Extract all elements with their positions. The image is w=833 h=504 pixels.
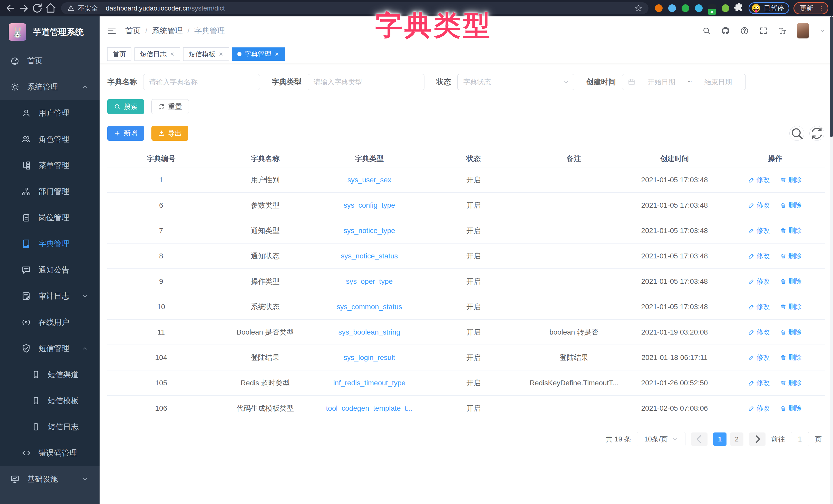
edit-button[interactable]: 修改	[748, 378, 770, 387]
dict-type-link[interactable]: inf_redis_timeout_type	[315, 379, 423, 387]
next-page-button[interactable]	[749, 432, 765, 446]
delete-button[interactable]: 删除	[780, 404, 802, 413]
edit-button[interactable]: 修改	[748, 175, 770, 184]
reload-icon[interactable]	[31, 2, 43, 14]
extension-puzzle-icon[interactable]	[733, 3, 744, 14]
date-range-picker[interactable]: 开始日期 ~ 结束日期	[622, 74, 746, 90]
delete-button[interactable]: 删除	[780, 201, 802, 210]
dict-type-input[interactable]: 请输入字典类型	[308, 74, 425, 90]
tab-sms-template[interactable]: 短信模板	[183, 47, 229, 61]
sidebar-item-dict-management[interactable]: 字典管理	[0, 231, 100, 257]
extension-blue-grid-icon[interactable]	[693, 3, 705, 14]
github-icon[interactable]	[721, 26, 730, 35]
delete-button[interactable]: 删除	[780, 277, 802, 286]
sidebar-item-user-management[interactable]: 用户管理	[0, 100, 100, 126]
delete-button[interactable]: 删除	[780, 378, 802, 387]
back-icon[interactable]	[5, 2, 17, 14]
edit-button[interactable]: 修改	[748, 251, 770, 260]
extension-lighthouse-icon[interactable]	[666, 3, 678, 14]
goto-page-input[interactable]: 1	[791, 432, 809, 446]
sidebar-item-infrastructure[interactable]: 基础设施	[0, 466, 100, 492]
breadcrumb-system[interactable]: 系统管理	[152, 26, 183, 36]
extension-leaf-icon[interactable]	[720, 3, 731, 14]
dict-type-link[interactable]: sys_notice_status	[315, 252, 423, 260]
sidebar-item-post-management[interactable]: 岗位管理	[0, 205, 100, 231]
sidebar-item-sms-channel[interactable]: 短信渠道	[0, 361, 100, 387]
bookmark-star-icon[interactable]	[635, 4, 642, 12]
tab-sms-log[interactable]: 短信日志	[135, 47, 180, 61]
dict-type-link[interactable]: sys_boolean_string	[315, 328, 423, 336]
address-bar[interactable]: 不安全 dashboard.yudao.iocoder.cn/system/di…	[61, 2, 648, 14]
home-icon[interactable]	[45, 2, 56, 14]
browser-update-button[interactable]: 更新	[793, 2, 828, 14]
dict-type-link[interactable]: sys_notice_type	[315, 227, 423, 235]
date-end-input[interactable]: 结束日期	[696, 77, 740, 87]
delete-button[interactable]: 删除	[780, 302, 802, 311]
toggle-search-button[interactable]	[789, 126, 804, 141]
dict-type-link[interactable]: sys_common_status	[315, 303, 423, 311]
fullscreen-icon[interactable]	[759, 26, 768, 35]
kebab-menu-icon[interactable]	[818, 4, 825, 12]
edit-button[interactable]: 修改	[748, 328, 770, 336]
delete-button[interactable]: 删除	[780, 353, 802, 362]
export-button[interactable]: 导出	[151, 126, 188, 141]
sidebar-item-audit-log[interactable]: 审计日志	[0, 283, 100, 309]
sidebar-item-role-management[interactable]: 角色管理	[0, 126, 100, 152]
search-icon[interactable]	[702, 26, 711, 35]
close-icon[interactable]	[274, 52, 280, 57]
dict-type-link[interactable]: sys_user_sex	[315, 176, 423, 184]
chevron-down-icon[interactable]	[819, 28, 825, 34]
edit-button[interactable]: 修改	[748, 226, 770, 235]
extension-green-circle-icon[interactable]	[680, 3, 691, 14]
extension-dark-on-icon[interactable]: on	[707, 3, 718, 14]
extension-orange-icon[interactable]	[653, 3, 664, 14]
delete-button[interactable]: 删除	[780, 175, 802, 184]
scrollbar-thumb[interactable]	[830, 17, 833, 137]
forward-icon[interactable]	[18, 2, 30, 14]
vertical-scrollbar[interactable]	[830, 17, 833, 504]
sidebar-item-sms-management[interactable]: 短信管理	[0, 335, 100, 361]
hamburger-icon[interactable]	[107, 26, 117, 35]
sidebar-item-notice-announcement[interactable]: 通知公告	[0, 257, 100, 283]
page-button-1[interactable]: 1	[713, 432, 727, 446]
edit-button[interactable]: 修改	[748, 201, 770, 210]
delete-button[interactable]: 删除	[780, 328, 802, 336]
dict-type-link[interactable]: sys_oper_type	[315, 277, 423, 285]
edit-button[interactable]: 修改	[748, 404, 770, 413]
sidebar-item-dept-management[interactable]: 部门管理	[0, 178, 100, 205]
sidebar-item-sms-template[interactable]: 短信模板	[0, 387, 100, 414]
page-size-select[interactable]: 10条/页	[637, 432, 686, 446]
prev-page-button[interactable]	[691, 432, 708, 446]
dict-type-link[interactable]: tool_codegen_template_t...	[315, 404, 423, 412]
sidebar-item-home[interactable]: 首页	[0, 48, 100, 74]
sidebar-item-system-management[interactable]: 系统管理	[0, 74, 100, 100]
status-select[interactable]: 字典状态	[457, 74, 574, 90]
sidebar-item-online-users[interactable]: 在线用户	[0, 309, 100, 335]
tab-home[interactable]: 首页	[107, 47, 132, 61]
close-icon[interactable]	[218, 52, 223, 57]
tab-dict-management[interactable]: 字典管理	[232, 47, 285, 61]
sidebar-item-error-code-management[interactable]: 错误码管理	[0, 440, 100, 466]
date-start-input[interactable]: 开始日期	[640, 77, 683, 87]
delete-button[interactable]: 删除	[780, 251, 802, 260]
user-avatar[interactable]	[797, 23, 809, 39]
reset-button[interactable]: 重置	[151, 99, 189, 114]
dict-type-link[interactable]: sys_config_type	[315, 201, 423, 209]
delete-button[interactable]: 删除	[780, 226, 802, 235]
sidebar-item-sms-log[interactable]: 短信日志	[0, 414, 100, 440]
edit-button[interactable]: 修改	[748, 353, 770, 362]
page-button-2[interactable]: 2	[730, 432, 743, 446]
edit-button[interactable]: 修改	[748, 302, 770, 311]
help-icon[interactable]	[740, 26, 749, 35]
font-size-icon[interactable]	[778, 26, 787, 35]
sidebar-item-menu-management[interactable]: 菜单管理	[0, 152, 100, 178]
add-button[interactable]: 新增	[107, 126, 144, 141]
refresh-table-button[interactable]	[809, 126, 824, 141]
search-button[interactable]: 搜索	[107, 99, 144, 114]
profile-paused-badge[interactable]: 😜 已暂停	[748, 2, 789, 14]
dict-name-input[interactable]: 请输入字典名称	[143, 74, 260, 90]
dict-type-link[interactable]: sys_login_result	[315, 354, 423, 362]
app-logo[interactable]: 🐰 芋道管理系统	[0, 17, 100, 48]
breadcrumb-home[interactable]: 首页	[125, 26, 141, 36]
edit-button[interactable]: 修改	[748, 277, 770, 286]
